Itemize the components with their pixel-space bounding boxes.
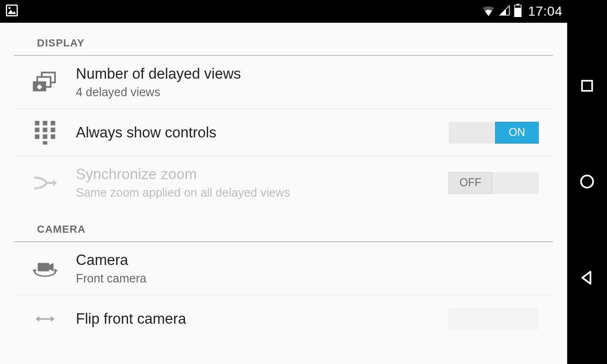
row-subtitle: Same zoom applied on all delayed views (76, 186, 446, 200)
section-header-camera: CAMERA (14, 209, 553, 242)
main-area: 17:04 DISPLAY Number of delayed views 4 … (0, 0, 567, 364)
row-title: Camera (76, 252, 539, 269)
settings-content: DISPLAY Number of delayed views 4 delaye… (0, 23, 567, 364)
svg-rect-13 (51, 121, 55, 126)
dialpad-icon (14, 121, 76, 145)
wifi-icon (481, 5, 496, 18)
row-subtitle: Front camera (76, 272, 539, 285)
row-synchronize-zoom[interactable]: Synchronize zoom Same zoom applied on al… (14, 156, 553, 209)
row-title: Always show controls (76, 124, 446, 141)
row-title: Flip front camera (76, 310, 446, 328)
svg-rect-14 (35, 127, 40, 132)
svg-point-29 (581, 175, 593, 188)
switch-camera-icon (14, 258, 76, 279)
row-delayed-views[interactable]: Number of delayed views 4 delayed views (14, 56, 553, 109)
svg-rect-10 (37, 86, 42, 88)
nav-back-button[interactable] (579, 270, 595, 286)
status-bar: 17:04 (0, 0, 567, 23)
picture-icon (5, 3, 19, 19)
svg-rect-18 (43, 134, 47, 139)
svg-rect-0 (7, 5, 18, 16)
status-left (5, 3, 19, 19)
svg-rect-19 (51, 134, 55, 139)
svg-marker-23 (49, 263, 54, 271)
svg-marker-26 (36, 316, 39, 322)
toggle-synchronize-zoom[interactable]: OFF (449, 172, 539, 194)
svg-marker-27 (51, 316, 55, 322)
section-header-display: DISPLAY (14, 23, 553, 56)
toggle-on-label: ON (495, 122, 539, 144)
toggle-off-label: OFF (449, 172, 492, 194)
svg-point-2 (9, 7, 11, 9)
toggle-always-show-controls[interactable]: ON (449, 122, 539, 144)
svg-rect-5 (515, 8, 521, 17)
svg-rect-16 (51, 127, 55, 132)
nav-bar (567, 0, 607, 364)
nav-recent-button[interactable] (579, 78, 595, 93)
battery-icon (514, 4, 522, 19)
nav-home-button[interactable] (579, 173, 595, 190)
svg-marker-21 (53, 179, 57, 186)
row-subtitle: 4 delayed views (76, 85, 539, 99)
flip-icon (14, 312, 76, 326)
cell-signal-icon (498, 5, 511, 18)
status-right: 17:04 (481, 4, 562, 19)
svg-rect-11 (35, 121, 40, 126)
status-clock: 17:04 (528, 4, 562, 19)
svg-rect-20 (43, 141, 47, 144)
row-title: Number of delayed views (76, 65, 539, 82)
merge-icon (14, 174, 76, 191)
svg-marker-1 (8, 10, 16, 14)
row-camera[interactable]: Camera Front camera (14, 242, 553, 295)
row-title: Synchronize zoom (76, 166, 446, 183)
toggle-flip-front-camera[interactable] (449, 308, 539, 330)
stacked-views-icon (14, 71, 76, 94)
svg-rect-17 (35, 134, 40, 139)
svg-rect-22 (37, 263, 49, 271)
svg-rect-15 (43, 127, 47, 132)
row-flip-front-camera[interactable]: Flip front camera (14, 295, 553, 343)
svg-rect-12 (43, 121, 47, 126)
row-always-show-controls[interactable]: Always show controls ON (14, 109, 553, 156)
svg-rect-28 (582, 81, 592, 91)
